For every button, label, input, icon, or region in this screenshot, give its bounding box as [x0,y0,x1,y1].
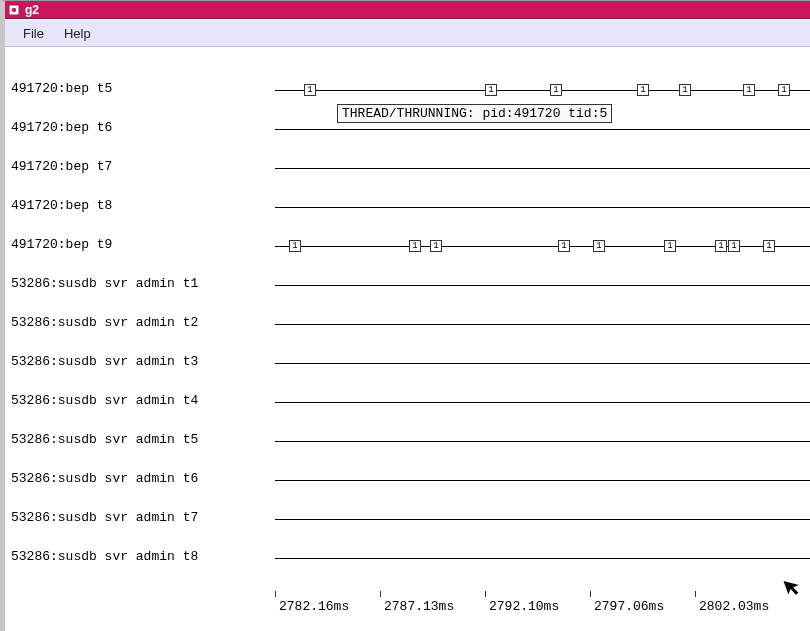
timeline-row[interactable]: 491720:bep t6 [5,122,810,136]
axis-tick-label: 2797.06ms [594,599,664,614]
axis-tick-label: 2802.03ms [699,599,769,614]
timeline-row[interactable]: 53286:susdb svr admin t4 [5,395,810,409]
row-label: 491720:bep t7 [11,159,112,174]
event-viewer[interactable]: THREAD/THRUNNING: pid:491720 tid:5 2782.… [5,47,810,631]
axis-tick [485,591,486,597]
event-marker[interactable]: 1 [637,84,649,96]
event-marker[interactable]: 1 [664,240,676,252]
timeline-row[interactable]: 491720:bep t7 [5,161,810,175]
timeline-row[interactable]: 53286:susdb svr admin t5 [5,434,810,448]
row-label: 53286:susdb svr admin t2 [11,315,198,330]
axis-tick [695,591,696,597]
menu-help[interactable]: Help [54,22,101,45]
row-label: 53286:susdb svr admin t8 [11,549,198,564]
row-track[interactable] [275,519,810,520]
svg-point-1 [12,7,16,11]
timeline-row[interactable]: 491720:bep t8 [5,200,810,214]
event-marker[interactable]: 1 [550,84,562,96]
time-axis: 2782.16ms2787.13ms2792.10ms2797.06ms2802… [275,591,810,611]
row-label: 53286:susdb svr admin t5 [11,432,198,447]
row-label: 53286:susdb svr admin t1 [11,276,198,291]
timeline-row[interactable]: 53286:susdb svr admin t1 [5,278,810,292]
row-track[interactable] [275,207,810,208]
event-marker[interactable]: 1 [778,84,790,96]
event-marker[interactable]: 1 [485,84,497,96]
menu-file[interactable]: File [13,22,54,45]
event-marker[interactable]: 1 [728,240,740,252]
row-label: 491720:bep t5 [11,81,112,96]
event-marker[interactable]: 1 [430,240,442,252]
timeline-row[interactable]: 53286:susdb svr admin t2 [5,317,810,331]
axis-tick-label: 2787.13ms [384,599,454,614]
axis-tick [590,591,591,597]
row-track[interactable] [275,558,810,559]
event-marker[interactable]: 1 [593,240,605,252]
window-title: g2 [25,3,39,17]
row-track[interactable] [275,324,810,325]
event-marker[interactable]: 1 [679,84,691,96]
row-track[interactable]: 1111111 [275,90,810,91]
row-track[interactable]: 111111111 [275,246,810,247]
event-tooltip: THREAD/THRUNNING: pid:491720 tid:5 [337,104,612,123]
row-track[interactable] [275,285,810,286]
row-label: 53286:susdb svr admin t4 [11,393,198,408]
row-label: 491720:bep t9 [11,237,112,252]
timeline-row[interactable]: 491720:bep t51111111 [5,83,810,97]
axis-tick [275,591,276,597]
event-marker[interactable]: 1 [763,240,775,252]
row-track[interactable] [275,129,810,130]
event-marker[interactable]: 1 [304,84,316,96]
timeline-row[interactable]: 491720:bep t9111111111 [5,239,810,253]
timeline-row[interactable]: 53286:susdb svr admin t6 [5,473,810,487]
row-label: 53286:susdb svr admin t3 [11,354,198,369]
timeline-row[interactable]: 53286:susdb svr admin t7 [5,512,810,526]
axis-tick-label: 2792.10ms [489,599,559,614]
menubar: File Help [5,19,810,47]
event-marker[interactable]: 1 [409,240,421,252]
row-label: 491720:bep t8 [11,198,112,213]
system-menu-icon[interactable] [9,5,19,15]
event-marker[interactable]: 1 [289,240,301,252]
row-label: 53286:susdb svr admin t6 [11,471,198,486]
row-label: 491720:bep t6 [11,120,112,135]
axis-tick [380,591,381,597]
row-track[interactable] [275,441,810,442]
row-track[interactable] [275,480,810,481]
event-marker[interactable]: 1 [743,84,755,96]
timeline-row[interactable]: 53286:susdb svr admin t8 [5,551,810,565]
timeline-row[interactable]: 53286:susdb svr admin t3 [5,356,810,370]
event-marker[interactable]: 1 [715,240,727,252]
row-track[interactable] [275,402,810,403]
row-label: 53286:susdb svr admin t7 [11,510,198,525]
row-track[interactable] [275,168,810,169]
window-titlebar[interactable]: g2 [5,1,810,19]
event-marker[interactable]: 1 [558,240,570,252]
axis-tick-label: 2782.16ms [279,599,349,614]
row-track[interactable] [275,363,810,364]
